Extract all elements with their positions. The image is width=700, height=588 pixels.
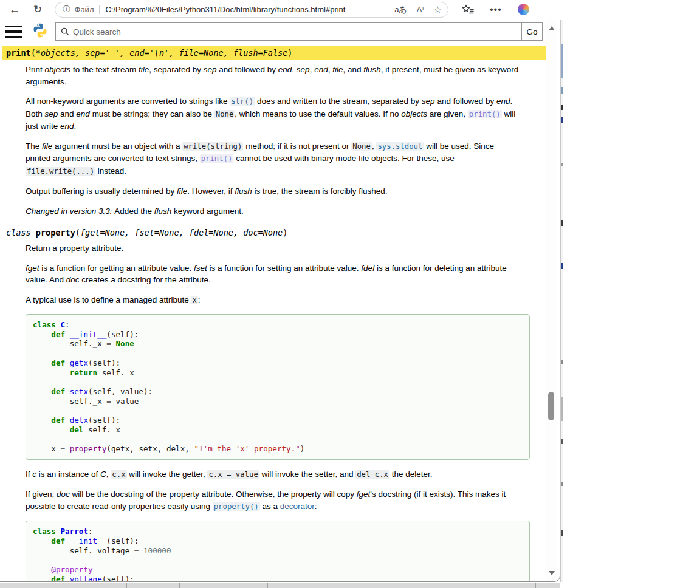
text-span: class bbox=[33, 320, 56, 329]
refresh-button[interactable]: ↻ bbox=[29, 1, 46, 18]
text-span: ( bbox=[75, 228, 80, 238]
text-span: sep bbox=[297, 65, 310, 74]
browser-window: ← ↻ ⓘ Файл C:/Program%20Files/Python311/… bbox=[0, 0, 560, 582]
text-span: c.x bbox=[111, 470, 126, 479]
scrollbar-thumb[interactable] bbox=[548, 392, 554, 420]
copilot-icon[interactable] bbox=[518, 4, 529, 15]
text-span: flush bbox=[154, 207, 172, 216]
text-span: ) bbox=[287, 48, 292, 58]
paragraph: All non-keyword arguments are converted … bbox=[26, 95, 538, 132]
text-span: class bbox=[33, 527, 56, 536]
text-span: None bbox=[214, 110, 235, 118]
vertical-scrollbar[interactable] bbox=[546, 20, 557, 581]
text-span: sep bbox=[204, 65, 217, 74]
text-span: = bbox=[106, 339, 111, 348]
paragraph: If given, doc will be the docstring of t… bbox=[26, 488, 538, 513]
text-span: None bbox=[116, 339, 134, 348]
text-span: property bbox=[36, 228, 75, 238]
text-span: x bbox=[191, 296, 197, 304]
text-span: doc bbox=[57, 490, 70, 499]
text-span: file bbox=[332, 65, 343, 74]
text-span: class bbox=[6, 228, 36, 238]
doc-link[interactable]: print() bbox=[200, 154, 234, 163]
text-span: file bbox=[139, 65, 149, 74]
code-example-class-Parrot: class Parrot: def __init__(self): self._… bbox=[26, 521, 530, 582]
text-span: file bbox=[177, 186, 187, 196]
favorites-hub-icon[interactable] bbox=[462, 4, 474, 15]
text-span: setx bbox=[70, 387, 88, 396]
text-span: def bbox=[51, 358, 65, 368]
text-span: __init__ bbox=[70, 536, 107, 545]
text-span: C bbox=[100, 470, 106, 479]
text-span: c bbox=[32, 470, 36, 479]
doc-link[interactable]: property() bbox=[213, 502, 260, 511]
scroll-down-arrow-icon[interactable] bbox=[549, 571, 555, 575]
text-span: __init__ bbox=[70, 330, 107, 339]
text-span: = bbox=[106, 397, 111, 406]
doc-link[interactable]: decorator bbox=[280, 502, 315, 511]
toolbar-right: ••• bbox=[462, 4, 529, 15]
read-aloud-icon[interactable]: A⁾ bbox=[417, 5, 424, 14]
site-label: Файл bbox=[75, 5, 94, 14]
python-logo[interactable] bbox=[32, 22, 48, 41]
doc-link[interactable]: print() bbox=[468, 110, 502, 118]
text-span: fget bbox=[357, 490, 371, 499]
doc-link[interactable]: sys.stdout bbox=[376, 142, 424, 151]
text-span: objects bbox=[401, 109, 427, 118]
text-span: return bbox=[70, 368, 98, 377]
address-bar[interactable]: ⓘ Файл C:/Program%20Files/Python311/Doc/… bbox=[55, 2, 448, 18]
search-input[interactable] bbox=[73, 27, 521, 36]
favorite-star-icon[interactable]: ☆ bbox=[434, 4, 442, 15]
code-example-class-C: class C: def __init__(self): self._x = N… bbox=[26, 314, 530, 460]
back-button[interactable]: ← bbox=[6, 1, 23, 18]
text-span: 100000 bbox=[143, 546, 171, 555]
menu-hamburger-icon[interactable] bbox=[5, 26, 22, 38]
paragraph: Print objects to the text stream file, s… bbox=[26, 64, 538, 87]
doc-content: print(*objects, sep=' ', end='\n', file=… bbox=[0, 43, 547, 582]
go-button[interactable]: Go bbox=[521, 23, 542, 40]
paragraph: Output buffering is usually determined b… bbox=[26, 185, 538, 197]
paragraph: The file argument must be an object with… bbox=[26, 140, 538, 178]
changed-in-version-note: Changed in version 3.3: Added the flush … bbox=[26, 205, 538, 217]
text-span: def bbox=[51, 575, 65, 582]
text-span: sep bbox=[45, 109, 58, 118]
text-span: doc bbox=[66, 275, 80, 284]
text-span: del c.x bbox=[355, 470, 389, 479]
page-viewport: Go print(*objects, sep=' ', end='\n', fi… bbox=[0, 20, 547, 582]
desktop: ← ↻ ⓘ Файл C:/Program%20Files/Python311/… bbox=[0, 0, 700, 588]
text-span: getx bbox=[70, 358, 88, 368]
paragraph: fget is a function for getting an attrib… bbox=[26, 262, 538, 286]
docs-header: Go bbox=[0, 20, 547, 43]
text-span: property bbox=[70, 444, 107, 453]
text-span: = bbox=[134, 546, 139, 555]
text-span: file bbox=[42, 142, 52, 151]
text-span: def bbox=[51, 387, 65, 396]
translate-icon[interactable]: aあ bbox=[394, 4, 407, 15]
text-span: flush bbox=[363, 65, 381, 74]
text-span: None bbox=[351, 142, 372, 151]
scroll-up-arrow-icon[interactable] bbox=[549, 26, 555, 30]
text-span: ( bbox=[31, 48, 36, 58]
text-span: c.x = value bbox=[207, 470, 259, 479]
text-span: voltage bbox=[70, 575, 102, 582]
text-span: end bbox=[496, 97, 510, 106]
quick-search-box: Go bbox=[55, 22, 543, 41]
settings-more-icon[interactable]: ••• bbox=[490, 4, 502, 15]
occluded-window-sliver bbox=[560, 20, 563, 582]
search-field[interactable] bbox=[56, 23, 521, 40]
occluded-window-bottom-strip bbox=[0, 583, 560, 588]
text-span: sep bbox=[422, 97, 435, 106]
text-span: Parrot bbox=[61, 527, 89, 536]
text-span: objects bbox=[45, 65, 71, 74]
url-text[interactable]: C:/Program%20Files/Python311/Doc/html/li… bbox=[105, 5, 385, 14]
text-span: fset bbox=[194, 264, 207, 273]
paragraph: Return a property attribute. bbox=[26, 242, 538, 255]
doc-link[interactable]: str() bbox=[230, 97, 255, 106]
text-span: del bbox=[70, 425, 84, 434]
text-span: Changed in version 3.3: bbox=[26, 207, 114, 216]
text-span: = bbox=[61, 444, 66, 453]
text-span: ) bbox=[283, 228, 287, 238]
text-span: def bbox=[51, 536, 65, 545]
site-info-icon[interactable]: ⓘ bbox=[63, 4, 70, 15]
text-span: flush bbox=[235, 186, 252, 196]
